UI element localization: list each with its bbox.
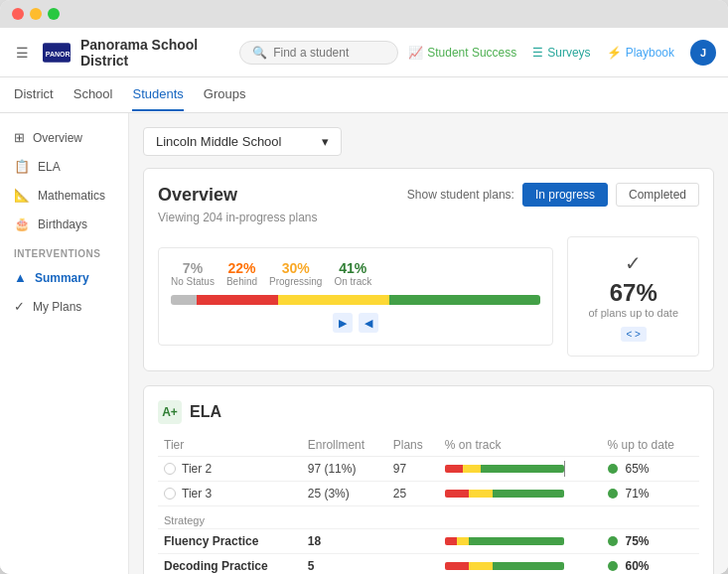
minimize-button[interactable] — [30, 8, 42, 20]
in-progress-toggle[interactable]: In progress — [522, 183, 608, 207]
decoding-enrollment: 5 — [302, 554, 387, 575]
bar-next-btn[interactable]: ▶ — [333, 313, 353, 333]
fluency-label: Fluency Practice — [158, 529, 302, 554]
chart-icon: 📈 — [408, 46, 423, 60]
mathematics-icon: 📐 — [14, 188, 30, 203]
bar-nav: ▶ ◀ — [171, 313, 540, 333]
on-track-label: On track — [334, 276, 371, 287]
table-row: Fluency Practice 18 — [158, 529, 699, 554]
sidebar-item-mathematics[interactable]: 📐 Mathematics — [0, 181, 128, 210]
decoding-on-track — [439, 554, 602, 575]
table-row: Tier 3 25 (3%) 25 — [158, 482, 699, 506]
overview-sub-label: Viewing 204 in-progress plans — [158, 211, 699, 224]
playbook-icon: ⚡ — [607, 46, 622, 60]
ela-icon: 📋 — [14, 159, 30, 174]
col-on-track: % on track — [439, 434, 602, 457]
ela-card: A+ ELA Tier Enrollment Plans % on track … — [143, 385, 714, 574]
bar-behind — [197, 295, 278, 305]
tier2-on-track — [439, 457, 602, 482]
main-content: Lincoln Middle School ▾ Overview Show st… — [129, 113, 728, 574]
circle-link-btn[interactable]: < > — [621, 327, 647, 342]
close-button[interactable] — [12, 8, 24, 20]
table-row: Decoding Practice 5 — [158, 554, 699, 575]
tab-groups[interactable]: Groups — [204, 78, 246, 111]
search-input[interactable] — [273, 46, 385, 60]
overview-progress-bar — [171, 295, 540, 305]
panorama-logo: PANORAMA — [43, 43, 71, 63]
tab-district[interactable]: District — [14, 78, 54, 111]
bar-prev-btn[interactable]: ◀ — [359, 313, 378, 333]
strategy-label: Strategy — [158, 506, 699, 529]
tier2-up-to-date: 65% — [602, 457, 699, 482]
sidebar-mathematics-label: Mathematics — [38, 189, 105, 203]
ela-header-row: Tier Enrollment Plans % on track % up to… — [158, 434, 699, 457]
tier3-enrollment: 25 (3%) — [302, 482, 387, 506]
stat-behind: 22% Behind — [226, 260, 257, 287]
surveys-label: Surveys — [547, 46, 590, 60]
tab-students[interactable]: Students — [132, 78, 183, 111]
svg-text:PANORAMA: PANORAMA — [46, 51, 71, 58]
user-avatar[interactable]: J — [690, 40, 716, 66]
overview-header: Overview Show student plans: In progress… — [158, 183, 699, 207]
sidebar-item-myplans[interactable]: ✓ My Plans — [0, 292, 128, 321]
overview-title: Overview — [158, 185, 237, 206]
header: ☰ PANORAMA Panorama School District 🔍 📈 … — [0, 28, 728, 77]
circle-link: < > — [588, 327, 678, 342]
tier3-on-track — [439, 482, 602, 506]
playbook-nav[interactable]: ⚡ Playbook — [607, 46, 674, 60]
fluency-up-to-date: 75% — [602, 529, 699, 554]
tab-school[interactable]: School — [73, 78, 113, 111]
sidebar-item-overview[interactable]: ⊞ Overview — [0, 123, 128, 152]
circle-label: of plans up to date — [588, 307, 678, 319]
app-container: ☰ PANORAMA Panorama School District 🔍 📈 … — [0, 28, 728, 574]
ela-section-icon: A+ — [158, 400, 182, 424]
stat-row: 7% No Status 22% Behind 30% Progressing — [171, 260, 540, 287]
stats-box: 7% No Status 22% Behind 30% Progressing — [158, 247, 553, 346]
table-row: Tier 2 97 (11%) 97 — [158, 457, 699, 482]
ela-section-header: A+ ELA — [158, 400, 699, 424]
sidebar-item-birthdays[interactable]: 🎂 Birthdays — [0, 210, 128, 238]
summary-icon: ▲ — [14, 270, 27, 285]
ela-table: Tier Enrollment Plans % on track % up to… — [158, 434, 699, 574]
behind-pct: 22% — [226, 260, 257, 276]
student-success-label: Student Success — [427, 46, 516, 60]
surveys-nav[interactable]: ☰ Surveys — [532, 46, 590, 60]
progressing-pct: 30% — [269, 260, 322, 276]
sidebar-overview-label: Overview — [33, 131, 82, 145]
hamburger-menu[interactable]: ☰ — [12, 41, 33, 65]
fluency-on-track — [439, 529, 602, 554]
surveys-icon: ☰ — [532, 46, 543, 60]
completed-toggle[interactable]: Completed — [616, 183, 699, 207]
plan-toggle: Show student plans: In progress Complete… — [407, 183, 699, 207]
maximize-button[interactable] — [48, 8, 60, 20]
student-success-nav[interactable]: 📈 Student Success — [408, 46, 516, 60]
overview-card: Overview Show student plans: In progress… — [143, 168, 714, 371]
interventions-section-label: INTERVENTIONS — [0, 238, 128, 263]
decoding-up-to-date: 60% — [602, 554, 699, 575]
sidebar-myplans-label: My Plans — [33, 300, 81, 314]
progressing-label: Progressing — [269, 276, 322, 287]
col-enrollment: Enrollment — [302, 434, 387, 457]
show-plans-label: Show student plans: — [407, 188, 514, 202]
tier2-plans: 97 — [387, 457, 439, 482]
logo: PANORAMA — [43, 43, 71, 63]
ela-section-title: ELA — [190, 403, 221, 421]
sidebar-item-summary[interactable]: ▲ Summary — [0, 263, 128, 292]
bar-no-status — [171, 295, 197, 305]
search-icon: 🔍 — [252, 46, 267, 60]
overview-content: 7% No Status 22% Behind 30% Progressing — [158, 236, 699, 357]
bar-progressing — [278, 295, 389, 305]
tier2-enrollment: 97 (11%) — [302, 457, 387, 482]
search-bar[interactable]: 🔍 — [239, 41, 398, 65]
sidebar-summary-label: Summary — [35, 271, 89, 285]
sidebar-item-ela[interactable]: 📋 ELA — [0, 152, 128, 181]
sidebar-birthdays-label: Birthdays — [38, 217, 87, 231]
no-status-pct: 7% — [171, 260, 215, 276]
school-dropdown[interactable]: Lincoln Middle School ▾ — [143, 127, 342, 156]
tier2-label: Tier 2 — [158, 457, 302, 482]
stat-on-track: 41% On track — [334, 260, 371, 287]
overview-icon: ⊞ — [14, 130, 25, 145]
no-status-label: No Status — [171, 276, 215, 287]
chevron-down-icon: ▾ — [322, 134, 329, 149]
sidebar-ela-label: ELA — [38, 160, 61, 174]
